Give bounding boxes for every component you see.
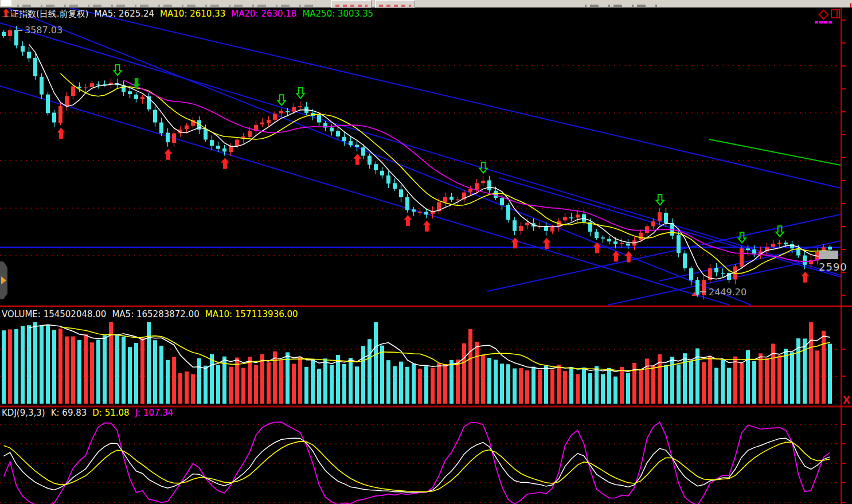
trough-price-label: 2449.20 [709,287,747,298]
up-arrow-icon [3,9,9,17]
trough-marker-icon [691,292,697,296]
ma20-value: MA20: 2630.18 [231,9,296,19]
axis-highlight-box [819,251,838,259]
ma10-value: MA10: 2610.33 [160,9,225,19]
kdj-pane-header: KDJ(9,3,3)K: 69.83D: 51.08J: 107.34 [2,408,179,418]
volume-pane-header: VOLUME: 154502048.00MA5: 165283872.00MA1… [2,309,304,319]
expand-arrow-icon [1,276,6,284]
trading-app-window: 上证指数(日线.前复权)MA5: 2625.24MA10: 2610.33MA2… [0,0,852,504]
kdj-j-value: J: 107.34 [135,408,174,418]
split-window-icon[interactable] [831,9,840,18]
volume-ma10-value: MA10: 157113936.00 [205,309,298,319]
ma250-value: MA250: 3003.35 [302,9,373,19]
kdj-k-value: K: 69.83 [51,408,87,418]
last-price-label: 2590 [819,261,847,273]
dashed-line-icon[interactable] [815,21,832,24]
diamond-draw-icon[interactable] [818,9,827,18]
kdj-d-value: D: 51.08 [92,408,129,418]
main-pane-header: 上证指数(日线.前复权)MA5: 2625.24MA10: 2610.33MA2… [2,9,379,19]
peak-price-label: 3587.03 [25,25,62,36]
trough-tick [700,291,706,292]
instrument-title: 上证指数(日线.前复权) [2,9,88,19]
pane-close-x[interactable]: X [843,394,850,406]
volume-value: VOLUME: 154502048.00 [2,309,106,319]
sidebar-expand-tab[interactable] [0,261,7,299]
chart-canvas[interactable] [0,0,852,504]
ma5-value: MA5: 2625.24 [94,9,154,19]
volume-ma5-value: MA5: 165283872.00 [112,309,199,319]
peak-tick [16,30,22,31]
kdj-name: KDJ(9,3,3) [2,408,45,418]
